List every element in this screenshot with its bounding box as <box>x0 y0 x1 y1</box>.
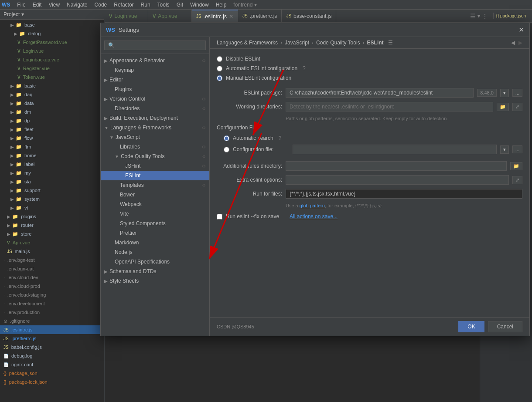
file-item[interactable]: ▶📁basic <box>0 81 104 90</box>
radio-manual-eslint[interactable]: Manual ESLint configuration <box>217 75 522 81</box>
file-item[interactable]: ▶📁dm <box>0 108 104 116</box>
file-item[interactable]: ▶📁fleet <box>0 125 104 134</box>
tab-base-constant[interactable]: JS base-constant.js <box>282 10 336 23</box>
file-item[interactable]: {}package.json <box>0 369 104 378</box>
package-input[interactable] <box>286 88 474 98</box>
file-item[interactable]: ▶📁support <box>0 186 104 195</box>
radio-disable-input[interactable] <box>217 56 222 62</box>
file-item[interactable]: ▶📁my <box>0 169 104 177</box>
tree-item[interactable]: ▶Appearance & Behavior⚙ <box>101 56 209 65</box>
file-item[interactable]: ·.env.cloud-staging <box>0 291 104 299</box>
file-item[interactable]: 📄debug.log <box>0 351 104 360</box>
tab-login-vue[interactable]: V Login.vue <box>105 10 148 23</box>
radio-disable-eslint[interactable]: Disable ESLint <box>217 56 522 62</box>
tab-eslintrc[interactable]: JS .eslintrc.js ✕ <box>192 10 238 23</box>
menu-fontrend[interactable]: fontrend ▾ <box>230 0 260 10</box>
file-item[interactable]: ▶📁plugins <box>0 212 104 221</box>
tab-app-vue[interactable]: V App.vue <box>148 10 192 23</box>
config-file-dropdown-btn[interactable]: ▾ <box>500 145 509 154</box>
glob-pattern-link[interactable]: glob pattern <box>300 203 325 208</box>
extra-options-expand-btn[interactable]: ⤢ <box>512 176 522 184</box>
tree-item[interactable]: Markdown <box>101 238 209 247</box>
file-item[interactable]: ·.env.production <box>0 308 104 317</box>
file-item[interactable]: VLoginbackup.vue <box>0 55 104 64</box>
tree-item[interactable]: Prettier <box>101 228 209 238</box>
file-item[interactable]: VForgetPassword.vue <box>0 38 104 47</box>
tree-item[interactable]: Styled Components <box>101 219 209 228</box>
radio-config-file[interactable]: Configuration file: <box>224 146 289 152</box>
working-dir-expand-btn[interactable]: ⤢ <box>512 103 522 111</box>
breadcrumb-menu-icon[interactable]: ☰ <box>388 40 393 46</box>
menu-help[interactable]: Help <box>212 0 230 10</box>
project-header[interactable]: Project ▾ <box>0 10 104 20</box>
file-item[interactable]: {}package-lock.json <box>0 378 104 386</box>
file-item[interactable]: ·.env.cloud-dev <box>0 273 104 282</box>
cancel-button[interactable]: Cancel <box>488 321 522 332</box>
radio-auto-input[interactable] <box>217 66 222 71</box>
radio-manual-input[interactable] <box>217 75 222 81</box>
tree-item[interactable]: Node.js <box>101 247 209 257</box>
file-item[interactable]: ⊘.gitignore <box>0 317 104 325</box>
file-item[interactable]: ▶📁sta <box>0 177 104 186</box>
help-icon-auto[interactable]: ? <box>303 65 306 71</box>
radio-auto-search[interactable]: Automatic search ? <box>224 135 522 141</box>
file-item[interactable]: VApp.vue <box>0 238 104 247</box>
file-item[interactable]: ▶📁dialog <box>0 29 104 38</box>
tree-item[interactable]: Plugins <box>101 84 209 94</box>
tree-item[interactable]: ▶Style Sheets <box>101 276 209 286</box>
file-item[interactable]: ▶📁router <box>0 221 104 230</box>
tree-item[interactable]: ▼Languages & Frameworks⚙ <box>101 123 209 132</box>
tree-item[interactable]: Templates⚙ <box>101 180 209 190</box>
working-dir-input[interactable] <box>286 102 493 111</box>
settings-search-input[interactable] <box>104 41 206 50</box>
tree-item[interactable]: ▶Version Control⚙ <box>101 94 209 104</box>
tree-item[interactable]: ▶Editor <box>101 75 209 84</box>
dialog-close-button[interactable]: ✕ <box>518 26 524 34</box>
tree-item[interactable]: JSHint⚙ <box>101 161 209 171</box>
tab-prettierrc[interactable]: JS .prettierrc.js <box>238 10 282 23</box>
menu-file[interactable]: File <box>14 0 29 10</box>
menu-git[interactable]: Git <box>173 0 187 10</box>
tree-item[interactable]: ▼Code Quality Tools⚙ <box>101 152 209 161</box>
menu-view[interactable]: View <box>45 0 63 10</box>
file-item[interactable]: ▶📁vt <box>0 203 104 212</box>
tab-chevron-icon[interactable]: ▾ <box>477 13 480 19</box>
file-item[interactable]: ▶📁data <box>0 99 104 108</box>
menu-edit[interactable]: Edit <box>29 0 45 10</box>
nav-forward-icon[interactable]: ▶ <box>518 40 522 46</box>
file-item[interactable]: ▶📁flow <box>0 134 104 142</box>
file-item[interactable]: JSmain.js <box>0 247 104 256</box>
file-item[interactable]: ·.env.cloud-prod <box>0 282 104 291</box>
tab-more-icon[interactable]: ☰ <box>470 13 476 20</box>
tree-item[interactable]: Libraries⚙ <box>101 142 209 152</box>
radio-auto-search-input[interactable] <box>224 135 229 141</box>
run-for-files-input[interactable] <box>286 189 522 199</box>
file-item[interactable]: ·.env.bgn-uat <box>0 264 104 273</box>
file-item[interactable]: ▶📁daq <box>0 90 104 99</box>
tree-item[interactable]: Bower <box>101 190 209 199</box>
file-item[interactable]: JS.eslintrc.js <box>0 325 104 334</box>
ok-button[interactable]: OK <box>458 321 484 332</box>
file-item[interactable]: VToken.vue <box>0 73 104 81</box>
file-item[interactable]: ·.env.bgn-test <box>0 256 104 264</box>
additional-rules-input[interactable] <box>286 161 507 171</box>
all-actions-link[interactable]: All actions on save... <box>290 213 338 220</box>
radio-auto-eslint[interactable]: Automatic ESLint configuration ? <box>217 65 522 71</box>
tree-item[interactable]: Webpack <box>101 199 209 209</box>
help-icon-config[interactable]: ? <box>279 135 282 141</box>
menu-tools[interactable]: Tools <box>154 0 173 10</box>
tree-item[interactable]: ▶Build, Execution, Deployment <box>101 113 209 123</box>
tree-item[interactable]: ▼JavaScript <box>101 132 209 142</box>
tree-item[interactable]: ESLint <box>101 171 209 180</box>
tab-package-icon[interactable]: {} package.json <box>493 13 529 19</box>
file-item[interactable]: JS.prettierrc.js <box>0 334 104 343</box>
file-item[interactable]: 📄nginx.conf <box>0 360 104 369</box>
tree-item[interactable]: ▶Schemas and DTDs <box>101 267 209 276</box>
file-item[interactable]: ▶📁dp <box>0 116 104 125</box>
file-item[interactable]: JSbabel.config.js <box>0 343 104 351</box>
additional-rules-browse-btn[interactable]: 📁 <box>510 162 522 170</box>
package-dropdown-btn[interactable]: ▾ <box>500 89 509 97</box>
file-item[interactable]: ▶📁store <box>0 230 104 238</box>
menu-navigate[interactable]: Navigate <box>63 0 91 10</box>
file-item[interactable]: ▶📁home <box>0 151 104 160</box>
